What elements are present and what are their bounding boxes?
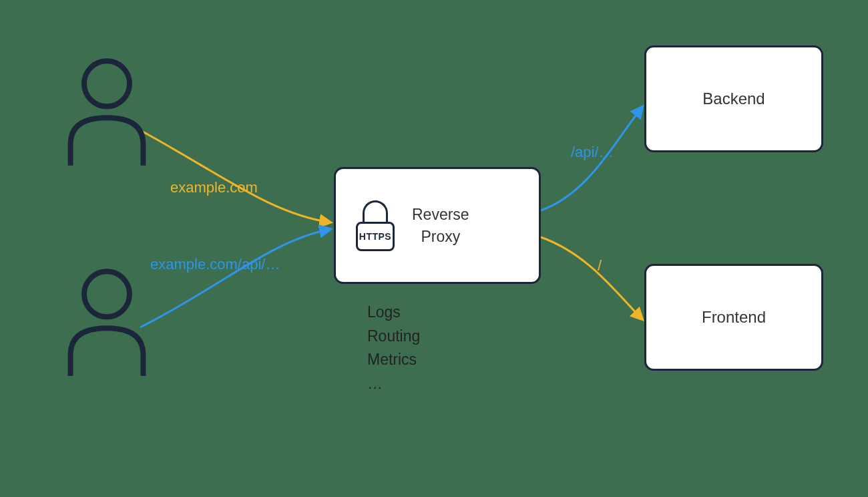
edge-label-user2: example.com/api/…: [150, 256, 280, 273]
frontend-label: Frontend: [702, 308, 766, 327]
user-icon-2: [60, 264, 154, 377]
svg-point-1: [84, 271, 130, 317]
https-lock-icon: HTTPS: [356, 200, 395, 251]
proxy-features: Logs Routing Metrics …: [367, 301, 420, 396]
edge-user1-proxy: [140, 130, 331, 222]
reverse-proxy-node: HTTPS Reverse Proxy: [334, 167, 541, 284]
edge-label-frontend: /: [598, 257, 602, 275]
feature-metrics: Metrics: [367, 348, 420, 372]
edge-proxy-frontend: [541, 237, 642, 319]
backend-node: Backend: [644, 45, 823, 152]
feature-more: …: [367, 372, 420, 396]
https-badge: HTTPS: [356, 222, 395, 251]
edge-label-backend: /api/…: [571, 144, 614, 161]
reverse-proxy-label: Reverse Proxy: [412, 204, 469, 246]
svg-point-0: [84, 61, 130, 106]
backend-label: Backend: [702, 90, 765, 108]
diagram-stage: HTTPS Reverse Proxy Backend Frontend exa…: [0, 0, 868, 497]
frontend-node: Frontend: [644, 264, 823, 371]
user-icon-1: [60, 53, 154, 167]
feature-routing: Routing: [367, 325, 420, 349]
edge-user2-proxy: [140, 229, 331, 327]
feature-logs: Logs: [367, 301, 420, 325]
edge-label-user1: example.com: [170, 179, 258, 196]
